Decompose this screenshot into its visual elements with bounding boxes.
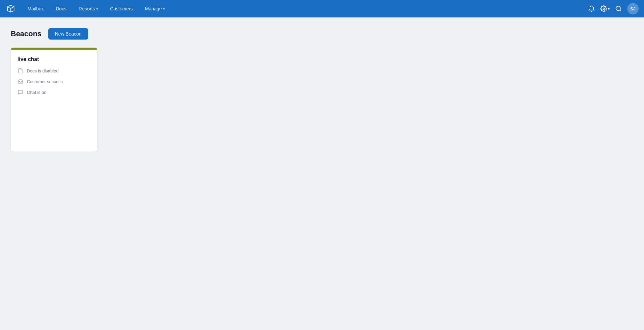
nav-manage[interactable]: Manage ▾ [139, 0, 171, 17]
file-icon [17, 68, 23, 74]
beacon-card-body: live chat Docs is disabled [11, 50, 97, 107]
page-header: Beacons New Beacon [11, 28, 633, 40]
nav-right-actions: ▾ SJ [586, 3, 639, 15]
nav-mailbox[interactable]: Mailbox [21, 0, 50, 17]
settings-chevron-icon: ▾ [608, 6, 610, 11]
docs-status-text: Docs is disabled [27, 68, 59, 73]
beacon-card[interactable]: live chat Docs is disabled [11, 48, 97, 152]
nav-customers[interactable]: Customers [104, 0, 139, 17]
avatar[interactable]: SJ [627, 3, 639, 14]
notifications-button[interactable] [586, 3, 598, 15]
beacon-docs-info: Docs is disabled [17, 68, 91, 74]
search-icon [615, 5, 622, 12]
beacon-name: live chat [17, 56, 91, 62]
bell-icon [588, 5, 595, 12]
logo-icon [6, 4, 15, 13]
page-title: Beacons [11, 30, 42, 38]
mailbox-text: Customer success [27, 79, 63, 84]
beacon-chat-info: Chat is on [17, 89, 91, 95]
svg-point-1 [603, 8, 605, 10]
main-content: Beacons New Beacon live chat Docs is dis… [0, 17, 644, 162]
nav-items: Mailbox Docs Reports ▾ Customers Manage … [21, 0, 586, 17]
chat-icon [17, 89, 23, 95]
chat-status-text: Chat is on [27, 90, 47, 95]
settings-button[interactable]: ▾ [600, 5, 610, 12]
nav-reports[interactable]: Reports ▾ [72, 0, 104, 17]
search-button[interactable] [612, 3, 625, 15]
nav-docs[interactable]: Docs [50, 0, 72, 17]
logo[interactable] [5, 3, 16, 14]
gear-icon [600, 5, 607, 12]
new-beacon-button[interactable]: New Beacon [48, 28, 88, 40]
svg-line-3 [620, 10, 621, 11]
svg-point-2 [616, 6, 621, 11]
beacon-mailbox-info: Customer success [17, 78, 91, 85]
top-navbar: Mailbox Docs Reports ▾ Customers Manage … [0, 0, 644, 17]
reports-chevron-icon: ▾ [96, 7, 98, 11]
inbox-icon [17, 78, 23, 85]
manage-chevron-icon: ▾ [163, 7, 165, 11]
